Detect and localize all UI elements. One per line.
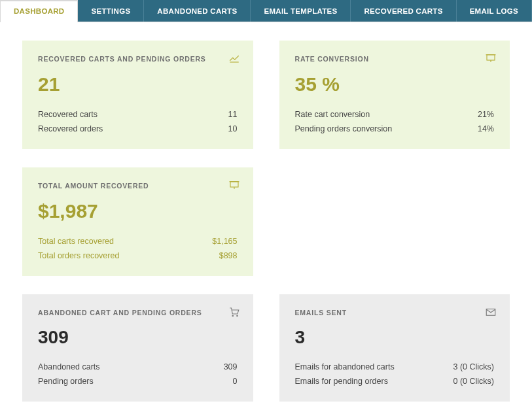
card-total-amount: TOTAL AMOUNT RECOVERED $1,987 Total cart… <box>22 167 253 276</box>
row-total-carts-recovered: Total carts recovered $1,165 <box>38 237 238 246</box>
row-value: $1,165 <box>212 237 237 246</box>
card-big-value: 309 <box>38 328 238 347</box>
row-rate-cart-conversion: Rate cart conversion 21% <box>295 110 495 119</box>
card-title: EMAILS SENT <box>295 309 495 317</box>
card-title: RATE CONVERSION <box>295 55 495 63</box>
tab-abandoned-carts[interactable]: ABANDONED CARTS <box>144 0 251 22</box>
card-big-value: 21 <box>38 75 238 94</box>
row-pending-orders-conversion: Pending orders conversion 14% <box>295 124 495 133</box>
row-abandoned-carts: Abandoned carts 309 <box>38 362 238 371</box>
row-value: 14% <box>478 124 494 133</box>
tab-email-logs[interactable]: EMAIL LOGS <box>457 0 532 22</box>
row-label: Total carts recovered <box>38 237 114 246</box>
row-label: Abandoned carts <box>38 362 100 371</box>
row-value: 11 <box>228 110 238 119</box>
card-emails-sent: EMAILS SENT 3 Emails for abandoned carts… <box>279 294 510 402</box>
svg-point-8 <box>236 315 238 317</box>
chart-line-icon <box>228 52 240 64</box>
card-rate-conversion: RATE CONVERSION 35 % Rate cart conversio… <box>279 41 510 149</box>
row-label: Recovered carts <box>38 110 98 119</box>
row-label: Pending orders <box>38 377 94 386</box>
mail-icon <box>485 306 497 318</box>
row-label: Total orders recovered <box>38 251 119 260</box>
row-pending-orders: Pending orders 0 <box>38 377 238 386</box>
card-abandoned-pending: ABANDONED CART AND PENDING ORDERS 309 Ab… <box>22 294 253 402</box>
row-value: 0 (0 Clicks) <box>453 377 494 386</box>
row-value: 21% <box>478 110 494 119</box>
tab-email-templates[interactable]: EMAIL TEMPLATES <box>251 0 351 22</box>
row-value: $898 <box>219 251 238 260</box>
svg-rect-4 <box>230 182 238 187</box>
row-recovered-orders: Recovered orders 10 <box>38 124 238 133</box>
row-emails-abandoned: Emails for abandoned carts 3 (0 Clicks) <box>295 362 495 371</box>
dashboard-cards: RECOVERED CARTS AND PENDING ORDERS 21 Re… <box>0 22 532 412</box>
card-title: RECOVERED CARTS AND PENDING ORDERS <box>38 55 238 63</box>
row-emails-pending: Emails for pending orders 0 (0 Clicks) <box>295 377 495 386</box>
presentation-icon <box>228 179 240 191</box>
tab-recovered-carts[interactable]: RECOVERED CARTS <box>351 0 456 22</box>
svg-rect-1 <box>487 55 495 60</box>
row-label: Pending orders conversion <box>295 124 393 133</box>
card-title: ABANDONED CART AND PENDING ORDERS <box>38 309 238 317</box>
card-recovered-pending: RECOVERED CARTS AND PENDING ORDERS 21 Re… <box>22 41 253 149</box>
svg-point-7 <box>232 315 234 317</box>
tab-bar: DASHBOARD SETTINGS ABANDONED CARTS EMAIL… <box>0 0 532 22</box>
tab-settings[interactable]: SETTINGS <box>78 0 144 22</box>
presentation-icon <box>485 52 497 64</box>
row-value: 309 <box>224 362 238 371</box>
row-label: Recovered orders <box>38 124 103 133</box>
row-value: 3 (0 Clicks) <box>453 362 494 371</box>
card-title: TOTAL AMOUNT RECOVERED <box>38 182 238 190</box>
card-big-value: 3 <box>295 328 495 347</box>
tab-dashboard[interactable]: DASHBOARD <box>0 0 78 22</box>
card-big-value: $1,987 <box>38 201 238 221</box>
row-recovered-carts: Recovered carts 11 <box>38 110 238 119</box>
row-label: Emails for pending orders <box>295 377 388 386</box>
cart-icon <box>228 306 240 318</box>
row-label: Rate cart conversion <box>295 110 370 119</box>
card-big-value: 35 % <box>295 75 495 94</box>
row-value: 0 <box>233 377 238 386</box>
row-total-orders-recovered: Total orders recovered $898 <box>38 251 238 260</box>
row-value: 10 <box>228 124 238 133</box>
row-label: Emails for abandoned carts <box>295 362 395 371</box>
